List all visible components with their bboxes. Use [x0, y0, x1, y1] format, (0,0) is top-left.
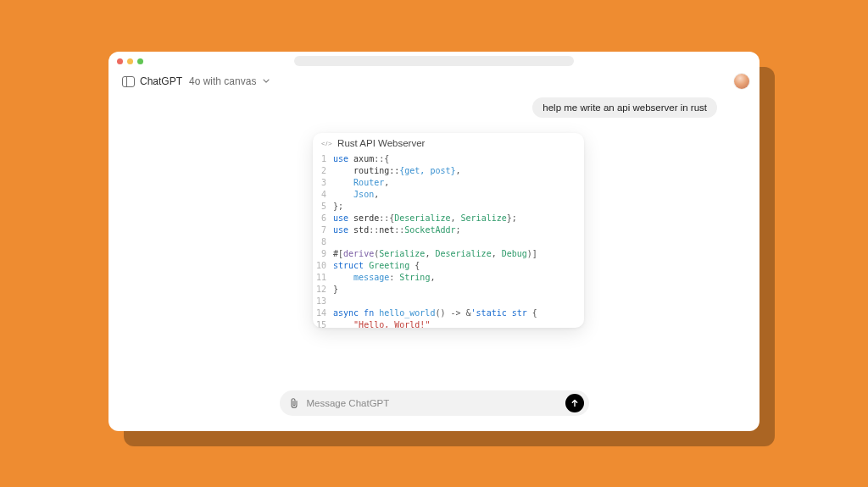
- model-name: ChatGPT: [140, 75, 182, 87]
- line-number: 1: [313, 153, 333, 165]
- code-line: 8: [313, 236, 584, 248]
- code-content: async fn hello_world() -> &'static str {: [333, 307, 537, 319]
- code-line: 2 routing::{get, post},: [313, 165, 584, 177]
- code-content: };: [333, 201, 343, 213]
- line-number: 14: [313, 307, 333, 319]
- code-line: 1use axum::{: [313, 153, 584, 165]
- window-controls: [117, 58, 143, 64]
- maximize-window-button[interactable]: [137, 58, 143, 64]
- line-number: 12: [313, 284, 333, 296]
- code-content: #[derive(Serialize, Deserialize, Debug)]: [333, 248, 537, 260]
- code-content: }: [333, 284, 338, 296]
- code-content: message: String,: [333, 272, 435, 284]
- code-area[interactable]: 1use axum::{2 routing::{get, post},3 Rou…: [313, 152, 584, 328]
- line-number: 2: [313, 165, 333, 177]
- code-icon: </>: [321, 140, 332, 147]
- code-line: 10struct Greeting {: [313, 260, 584, 272]
- user-message-text: help me write an api webserver in rust: [542, 102, 707, 113]
- line-number: 5: [313, 201, 333, 213]
- conversation-area: help me write an api webserver in rust <…: [108, 92, 760, 382]
- send-button[interactable]: [565, 394, 584, 412]
- code-line: 6use serde::{Deserialize, Serialize};: [313, 213, 584, 224]
- line-number: 3: [313, 177, 333, 189]
- code-line: 14async fn hello_world() -> &'static str…: [313, 307, 584, 319]
- code-content: use std::net::SocketAddr;: [333, 224, 461, 236]
- app-header: ChatGPT 4o with canvas: [108, 70, 760, 92]
- code-line: 7use std::net::SocketAddr;: [313, 224, 584, 236]
- address-bar[interactable]: [294, 56, 574, 66]
- code-line: 3 Router,: [313, 177, 584, 189]
- code-line: 15 "Hello, World!": [313, 319, 584, 328]
- line-number: 7: [313, 224, 333, 236]
- line-number: 8: [313, 236, 333, 248]
- user-message-bubble: help me write an api webserver in rust: [532, 97, 717, 118]
- code-line: 12}: [313, 284, 584, 296]
- code-content: use axum::{: [333, 153, 389, 165]
- line-number: 6: [313, 213, 333, 224]
- line-number: 4: [313, 189, 333, 201]
- line-number: 10: [313, 260, 333, 272]
- code-line: 11 message: String,: [313, 272, 584, 284]
- line-number: 15: [313, 319, 333, 328]
- code-content: Json,: [333, 189, 379, 201]
- code-line: 4 Json,: [313, 189, 584, 201]
- close-window-button[interactable]: [117, 58, 123, 64]
- line-number: 11: [313, 272, 333, 284]
- code-content: use serde::{Deserialize, Serialize};: [333, 213, 517, 224]
- code-content: Router,: [333, 177, 389, 189]
- code-content: routing::{get, post},: [333, 165, 461, 177]
- message-placeholder: Message ChatGPT: [307, 398, 559, 408]
- code-content: struct Greeting {: [333, 260, 420, 272]
- code-content: "Hello, World!": [333, 319, 430, 328]
- model-variant: 4o with canvas: [189, 75, 256, 87]
- minimize-window-button[interactable]: [127, 58, 133, 64]
- user-avatar[interactable]: [734, 74, 749, 89]
- app-window: ChatGPT 4o with canvas help me write an …: [108, 52, 760, 431]
- titlebar: [108, 52, 760, 70]
- code-line: 5};: [313, 201, 584, 213]
- code-line: 13: [313, 296, 584, 307]
- chevron-down-icon: [263, 79, 270, 84]
- canvas-header: </> Rust API Webserver: [313, 133, 584, 152]
- line-number: 13: [313, 296, 333, 307]
- message-input[interactable]: Message ChatGPT: [280, 390, 589, 416]
- sidebar-toggle-icon: [122, 76, 135, 87]
- canvas-title: Rust API Webserver: [337, 138, 425, 148]
- model-selector[interactable]: ChatGPT 4o with canvas: [119, 74, 273, 89]
- code-line: 9#[derive(Serialize, Deserialize, Debug)…: [313, 248, 584, 260]
- line-number: 9: [313, 248, 333, 260]
- composer-area: Message ChatGPT: [108, 382, 760, 431]
- canvas-card[interactable]: </> Rust API Webserver 1use axum::{2 rou…: [313, 133, 584, 328]
- attach-icon[interactable]: [288, 396, 300, 410]
